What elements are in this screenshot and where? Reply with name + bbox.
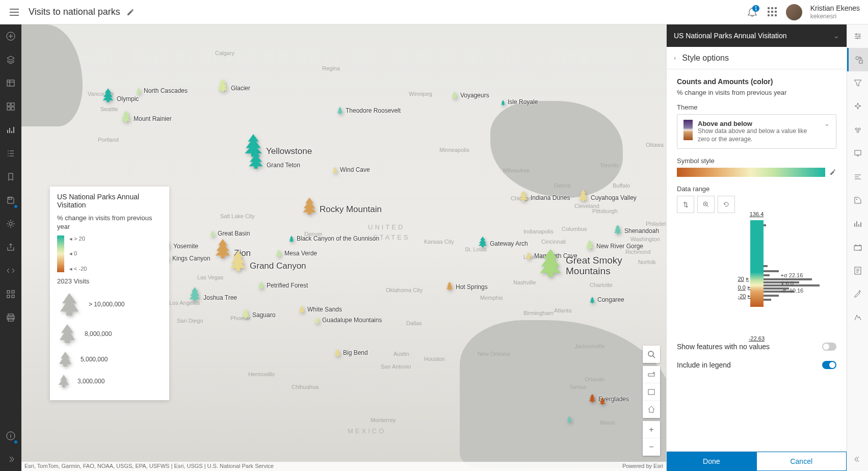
share-button[interactable] (0, 236, 21, 259)
include-legend-toggle[interactable] (822, 361, 836, 369)
city-label: Birmingham (523, 310, 554, 316)
help-button[interactable]: i (0, 424, 21, 448)
done-button[interactable]: Done (667, 452, 756, 471)
bookmarks-button[interactable] (0, 165, 21, 189)
map-canvas[interactable]: CalgaryReginaWinnipegVancouverSeattlePor… (21, 24, 666, 471)
city-label: Indianapolis (523, 228, 554, 234)
flip-button[interactable]: ⇅ (677, 196, 694, 213)
search-button[interactable] (643, 346, 660, 363)
park-marker[interactable]: North Cascades (136, 87, 188, 94)
zoom-out-button[interactable]: − (643, 438, 660, 456)
embed-button[interactable] (0, 259, 21, 282)
menu-button[interactable] (4, 2, 24, 22)
symbol-ramp[interactable] (677, 168, 825, 177)
settings-button[interactable] (0, 212, 21, 236)
handle-mid[interactable]: 0.0 (738, 284, 751, 291)
print-button[interactable] (0, 306, 21, 329)
back-button[interactable]: ‹ (674, 54, 676, 62)
app-launcher-button[interactable] (768, 7, 778, 17)
city-label: Milwaukee (503, 167, 530, 173)
notifications-button[interactable]: 1 (745, 5, 759, 19)
park-marker[interactable]: Shenandoah (613, 224, 659, 234)
theme-selector[interactable]: Above and below Show data above and belo… (677, 114, 836, 149)
reset-button[interactable] (718, 196, 735, 213)
include-legend-label: Include in legend (677, 361, 731, 369)
properties-button[interactable] (847, 24, 868, 48)
park-marker[interactable]: Mount Rainier (120, 110, 172, 122)
show-novalue-toggle[interactable] (822, 343, 836, 351)
park-marker[interactable]: Wind Cave (332, 166, 370, 173)
legend-subtitle: % change in visits from previous year (57, 214, 162, 231)
forms-button[interactable] (847, 259, 868, 282)
park-marker[interactable]: Isle Royale (501, 98, 538, 106)
charts-button[interactable] (0, 118, 21, 142)
park-marker[interactable]: Black Canyon of the Gunnison (288, 235, 379, 242)
park-marker[interactable]: Grand Teton (247, 150, 300, 169)
apps-button[interactable] (0, 282, 21, 306)
park-marker[interactable]: Mesa Verde (275, 249, 317, 257)
cluster-button[interactable] (847, 118, 868, 142)
handle-low[interactable]: -20 (738, 293, 751, 299)
park-marker[interactable]: Rocky Mountain (301, 197, 382, 215)
city-label: Minneapolis (439, 147, 469, 153)
zoom-range-button[interactable] (697, 196, 715, 213)
edit-title-button[interactable] (126, 8, 135, 16)
park-marker[interactable]: Cuyahoga Valley (577, 189, 637, 201)
styles-button[interactable] (847, 48, 868, 71)
park-marker[interactable]: White Sands (298, 305, 342, 313)
time-button[interactable] (847, 236, 868, 259)
park-marker[interactable]: Theodore Roosevelt (336, 107, 401, 114)
park-marker[interactable]: Guadalupe Mountains (314, 317, 382, 324)
stat-mean: x̄ 6.0 (781, 280, 794, 287)
tables-button[interactable] (0, 71, 21, 95)
layer-selector[interactable]: US National Parks Annual Visitation ⌄ (667, 24, 847, 47)
fields-button[interactable] (847, 165, 868, 189)
park-marker[interactable]: Kings Canyon (163, 254, 211, 262)
park-marker[interactable]: Saguaro (241, 308, 275, 319)
action-button[interactable] (847, 306, 868, 329)
labels-button[interactable] (847, 189, 868, 212)
edit-symbol-button[interactable] (829, 169, 836, 176)
handle-high[interactable]: 20 (738, 275, 749, 282)
collapse-button[interactable] (0, 448, 21, 471)
park-marker[interactable]: Olympic (101, 88, 139, 102)
effects-button[interactable] (847, 95, 868, 118)
park-marker[interactable]: Joshua Tree (188, 286, 237, 301)
basemap-button[interactable] (0, 95, 21, 118)
fullscreen-button[interactable] (643, 383, 660, 401)
legend-button[interactable] (0, 142, 21, 165)
filter-button[interactable] (847, 71, 868, 95)
park-marker[interactable]: Glacier (217, 78, 250, 92)
zoom-in-button[interactable]: + (643, 421, 660, 438)
park-marker[interactable]: Gateway Arch (478, 236, 528, 247)
histogram[interactable]: 136.4 20 0.0 -20 +σ 22.16 (677, 220, 836, 332)
layers-button[interactable] (0, 48, 21, 71)
park-marker[interactable]: Great Basin (209, 230, 250, 237)
user-avatar[interactable] (786, 4, 802, 20)
theme-desc: Show data above and below a value like z… (698, 127, 819, 143)
city-label: Houston (424, 356, 445, 362)
edit-button[interactable] (847, 282, 868, 306)
measure-button[interactable] (643, 366, 660, 383)
park-marker[interactable]: Indiana Dunes (518, 190, 570, 201)
home-button[interactable] (643, 401, 660, 418)
park-marker[interactable]: Voyageurs (451, 91, 489, 99)
park-marker[interactable]: Great SmokyMountains (537, 248, 622, 277)
park-marker[interactable]: Petrified Forest (257, 281, 308, 289)
collapse-right-button[interactable] (847, 448, 868, 471)
svg-point-17 (648, 351, 653, 356)
park-marker[interactable]: New River Gorge (585, 240, 643, 250)
park-marker[interactable]: Hot Springs (445, 281, 488, 291)
save-button[interactable] (0, 189, 21, 212)
city-label: Buffalo (613, 182, 630, 189)
user-info[interactable]: Kristian Ekenes kekenesri (810, 4, 860, 20)
park-marker[interactable]: Everglades (588, 394, 629, 403)
popup-button[interactable] (847, 142, 868, 165)
park-marker[interactable] (599, 397, 606, 405)
add-button[interactable] (0, 24, 21, 48)
park-marker[interactable]: Big Bend (334, 349, 368, 356)
cancel-button[interactable]: Cancel (756, 452, 847, 471)
park-marker[interactable]: Congaree (589, 296, 624, 303)
chart-config-button[interactable] (847, 212, 868, 236)
park-marker[interactable] (566, 416, 572, 423)
